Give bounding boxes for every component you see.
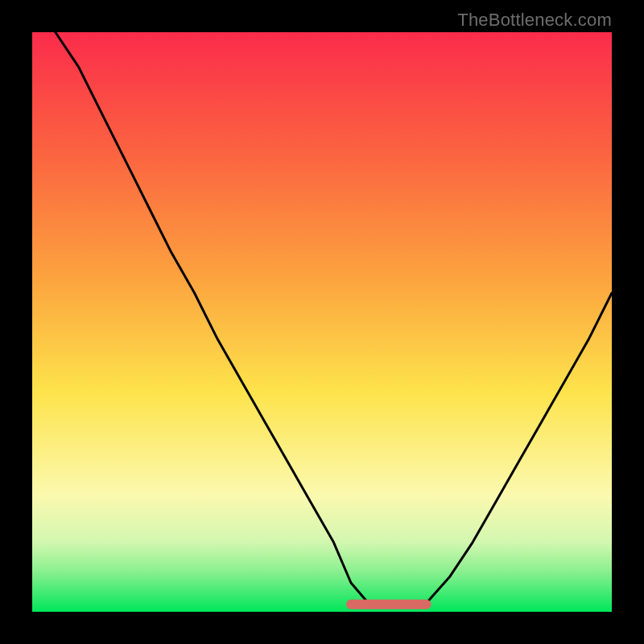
- curve-layer: [32, 32, 612, 612]
- bottleneck-curve: [56, 32, 612, 606]
- plot-area: [32, 32, 612, 612]
- chart-frame: TheBottleneck.com: [0, 0, 644, 644]
- watermark-text: TheBottleneck.com: [457, 10, 612, 31]
